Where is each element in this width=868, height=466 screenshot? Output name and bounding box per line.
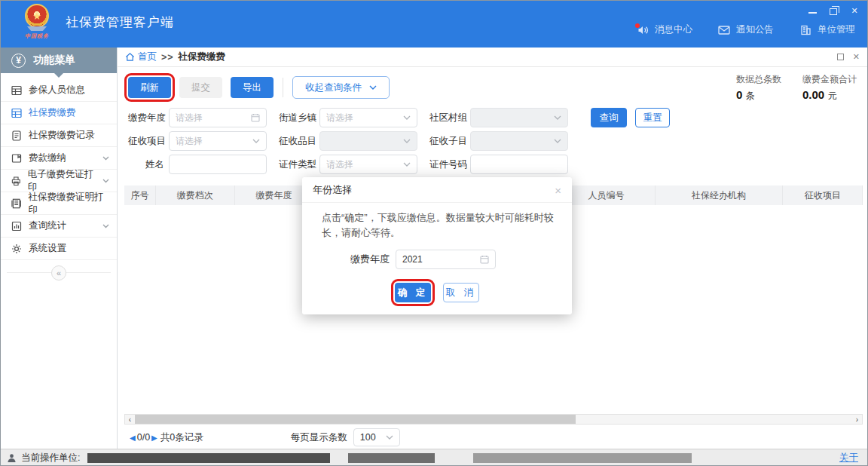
sidebar-collapse-row: «: [1, 265, 117, 281]
restore-button[interactable]: [828, 5, 839, 16]
dialog-message: 点击“确定”，下载应缴信息。数据量较大时可能耗时较长，请耐心等待。: [302, 203, 572, 241]
sidebar-item-label: 社保费缴费: [29, 106, 76, 119]
menu-unit-management[interactable]: 单位管理: [799, 23, 855, 36]
stat-total-count: 数据总条数 0 条: [736, 73, 781, 103]
dialog-year-datepicker[interactable]: [396, 250, 496, 269]
redacted-value: [473, 453, 692, 463]
scroll-right-icon[interactable]: ›: [852, 415, 862, 424]
breadcrumb-current: 社保费缴费: [179, 51, 226, 63]
record-total: 共0条记录: [160, 431, 203, 444]
bar-chart-icon: [11, 221, 22, 231]
field-label-levy-item: 征收品目: [279, 135, 315, 148]
toolbar-divider: [283, 78, 283, 97]
logo-text: 中国税务: [16, 32, 58, 40]
menu-notices[interactable]: 通知公告: [718, 23, 774, 36]
name-input[interactable]: [169, 155, 267, 174]
chevron-down-icon: [252, 139, 260, 143]
refresh-button[interactable]: 刷新: [128, 77, 171, 98]
year-select-dialog: 年份选择 × 点击“确定”，下载应缴信息。数据量较大时可能耗时较长，请耐心等待。…: [302, 177, 572, 314]
column-header-tier: 缴费档次: [156, 185, 235, 205]
app-title: 社保费管理客户端: [66, 14, 174, 48]
levy-item-select[interactable]: [319, 131, 417, 151]
sidebar-collapse-button[interactable]: «: [51, 265, 66, 281]
dialog-ok-button[interactable]: 确 定: [395, 283, 431, 302]
collapse-query-button[interactable]: 收起查询条件: [292, 76, 390, 99]
search-button[interactable]: 查询: [591, 108, 627, 127]
community-village-select[interactable]: [470, 108, 568, 127]
chevron-down-icon: [102, 156, 109, 161]
status-bar: 当前操作单位: 关于: [1, 449, 867, 466]
field-label-name: 姓名: [128, 158, 164, 171]
export-button[interactable]: 导出: [231, 77, 274, 98]
sidebar-item-label: 社保费缴费证明打印: [28, 191, 109, 216]
sidebar-item-label: 费款缴纳: [29, 152, 66, 164]
home-icon: [125, 52, 135, 62]
page-size-select[interactable]: 100: [353, 428, 400, 446]
toolbar: 刷新 提交 导出 收起查询条件 数据总条数 0 条 缴费金额合计 0.00 元: [118, 67, 867, 108]
menu-label: 单位管理: [818, 23, 855, 36]
stat-unit: 元: [827, 90, 836, 101]
query-form: 缴费年度 请选择 街道乡镇 请选择 社区村组: [118, 108, 867, 185]
menu-label: 通知公告: [736, 23, 774, 36]
window-controls: ✕: [807, 5, 860, 16]
sidebar-item-fee-payment[interactable]: 费款缴纳: [1, 147, 117, 170]
tax-emblem-icon: ★: [25, 4, 49, 28]
chevron-down-icon: [369, 85, 377, 90]
menu-label: 消息中心: [655, 23, 692, 36]
sidebar-menu: 参保人员信息 社保费缴费 社保费缴费记录 费款缴纳 电子缴费凭证打: [1, 79, 117, 260]
sidebar-item-label: 社保费缴费记录: [29, 129, 95, 142]
levy-project-select[interactable]: 请选择: [169, 131, 267, 151]
scrollbar-track[interactable]: [135, 415, 852, 424]
top-menu: 消息中心 通知公告: [637, 23, 855, 36]
prev-page-icon[interactable]: ◀: [128, 434, 137, 442]
sidebar-item-evoucher-print[interactable]: 电子缴费凭证打印: [1, 170, 117, 192]
sidebar-item-label: 参保人员信息: [29, 84, 85, 97]
menu-message-center[interactable]: 消息中心: [637, 23, 692, 36]
dialog-field-label: 缴费年度: [302, 253, 390, 266]
dialog-close-icon[interactable]: ×: [555, 185, 561, 196]
dialog-cancel-button[interactable]: 取 消: [443, 283, 479, 302]
field-label-payment-year: 缴费年度: [128, 112, 164, 124]
sidebar: ¥ 功能菜单 参保人员信息 社保费缴费 社保费缴费记录: [1, 48, 118, 449]
street-town-select[interactable]: 请选择: [319, 108, 417, 127]
notification-dot: [635, 23, 640, 28]
breadcrumb-home[interactable]: 首页: [125, 51, 157, 63]
sidebar-item-payment-certificate-print[interactable]: 社保费缴费证明打印: [1, 192, 117, 215]
card-icon: [11, 153, 22, 164]
horizontal-scrollbar[interactable]: ‹ ›: [124, 414, 863, 425]
minimize-button[interactable]: [807, 5, 818, 16]
column-header-seq: 序号: [124, 185, 156, 205]
receipt-icon: [11, 198, 21, 209]
tab-maximize-icon[interactable]: [837, 54, 844, 60]
sidebar-item-social-insurance-payment[interactable]: 社保费缴费: [1, 102, 117, 124]
payment-year-datepicker[interactable]: 请选择: [169, 108, 267, 127]
app-logo: ★ 中国税务: [16, 4, 58, 40]
dialog-year-input[interactable]: [402, 254, 463, 265]
redacted-value: [87, 453, 330, 463]
field-label-id-type: 证件类型: [279, 158, 315, 171]
scrollbar-thumb[interactable]: [135, 415, 576, 424]
page-indicator: 0/0: [137, 432, 150, 443]
levy-subitem-select[interactable]: [470, 131, 568, 151]
submit-button[interactable]: 提交: [179, 77, 222, 98]
next-page-icon[interactable]: ▶: [150, 434, 159, 442]
sidebar-item-insured-person-info[interactable]: 参保人员信息: [1, 79, 117, 102]
reset-button[interactable]: 重置: [635, 108, 670, 127]
chevron-down-icon: [102, 179, 109, 183]
emblem-base: [27, 26, 47, 31]
about-link[interactable]: 关于: [839, 452, 858, 464]
field-label-levy-subitem: 征收子目: [429, 135, 466, 148]
id-number-input[interactable]: [470, 155, 568, 174]
sidebar-item-query-statistics[interactable]: 查询统计: [1, 215, 117, 238]
stat-label: 缴费金额合计: [802, 73, 857, 86]
scroll-left-icon[interactable]: ‹: [125, 415, 135, 424]
person-icon: [7, 453, 17, 463]
chevron-down-icon: [403, 139, 411, 143]
sidebar-item-system-settings[interactable]: 系统设置: [1, 238, 117, 260]
close-button[interactable]: ✕: [849, 5, 860, 16]
tab-close-icon[interactable]: ✕: [853, 53, 860, 61]
id-type-select[interactable]: 请选择: [319, 155, 417, 174]
speaker-icon: [637, 24, 649, 36]
sidebar-item-payment-records[interactable]: 社保费缴费记录: [1, 124, 117, 147]
chevron-down-icon: [386, 435, 393, 440]
